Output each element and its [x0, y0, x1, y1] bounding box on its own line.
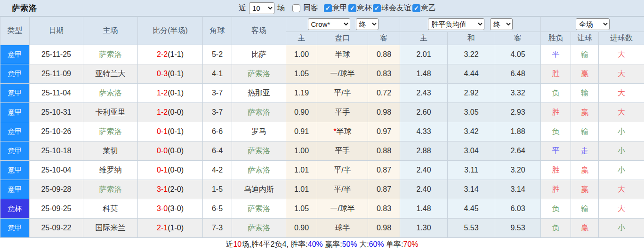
score-cell: 0-1(0-0): [138, 161, 203, 180]
same-venue-checkbox[interactable]: [292, 4, 300, 12]
footer-segment: 50%: [342, 240, 357, 249]
halftime-score: (0-1): [168, 70, 184, 78]
home-team: 维罗纳: [83, 161, 138, 180]
filter-serie-a[interactable]: 意甲: [324, 3, 347, 13]
handicap-label: 半球: [335, 50, 350, 58]
away-team: 罗马: [232, 122, 286, 141]
halftime-score: (0-0): [168, 147, 184, 155]
handicap-cell: 球半: [317, 219, 368, 238]
filter-bar: 萨索洛 近 10 场 同客 意甲 意杯 球会友谊: [0, 0, 644, 16]
avg-type-select[interactable]: 胜平负均值: [428, 18, 484, 30]
fulltime-score: 3-0: [157, 204, 168, 212]
col-corners: 角球: [203, 17, 232, 45]
subcol-odds-away: 客: [368, 32, 400, 45]
match-date: 25-11-25: [30, 45, 83, 64]
result-handicap: 输: [571, 45, 599, 64]
col-type: 类型: [0, 17, 30, 45]
score-cell: 3-0(3-0): [138, 199, 203, 219]
fulltime-score: 1-2: [157, 108, 168, 116]
handicap-cell: 平/半: [317, 180, 368, 199]
league-badge: 意甲: [0, 219, 30, 238]
match-date: 25-10-26: [30, 122, 83, 141]
friendly-checkbox[interactable]: [373, 4, 381, 12]
away-odds: 0.88: [368, 45, 400, 64]
fulltime-score: 0-0: [157, 147, 168, 155]
subcol-avg-away: 客: [495, 32, 541, 45]
matches-label: 场: [277, 3, 285, 13]
odds-stage-select[interactable]: 终: [356, 18, 378, 30]
corners-cell: 6-6: [203, 122, 232, 141]
avg-away-odds: 3.32: [495, 84, 541, 103]
corners-cell: 5-2: [203, 45, 232, 64]
subcol-let-ball: 让球: [571, 32, 599, 45]
away-team: 萨索洛: [232, 161, 286, 180]
halftime-score: (1-1): [168, 50, 184, 58]
league-badge: 意杯: [0, 199, 30, 219]
match-date: 25-10-31: [30, 103, 83, 122]
result-goals: 小: [599, 141, 644, 161]
home-odds: 0.91: [286, 122, 317, 141]
avg-draw-odds: 4.44: [448, 64, 495, 84]
footer-segment: 单率:: [384, 240, 403, 250]
result-wdl: 胜: [541, 180, 571, 199]
bookmaker-select[interactable]: Crow*: [308, 18, 350, 30]
table-row: 意甲 25-11-04 萨索洛 1-2(0-1) 3-7 热那亚 1.19 平/…: [0, 84, 644, 103]
filter-label: 同客: [303, 3, 318, 13]
home-odds: 1.01: [286, 180, 317, 199]
score-cell: 0-3(0-1): [138, 64, 203, 84]
avg-away-odds: 6.48: [495, 64, 541, 84]
filter-same-venue[interactable]: 同客: [292, 3, 318, 13]
footer-segment: 10: [233, 240, 242, 249]
handicap-label: 平手: [335, 108, 350, 116]
result-handicap: 输: [571, 122, 599, 141]
halftime-score: (0-0): [168, 166, 184, 174]
match-date: 25-11-09: [30, 64, 83, 84]
result-handicap: 赢: [571, 64, 599, 84]
avg-home-odds: 2.01: [400, 45, 448, 64]
result-goals: 大: [599, 103, 644, 122]
result-wdl: 平: [541, 45, 571, 64]
subcol-wdl: 胜负: [541, 32, 571, 45]
avg-home-odds: 1.30: [400, 219, 448, 238]
avg-away-odds: 9.53: [495, 219, 541, 238]
handicap-label: 一/球半: [330, 204, 354, 212]
league-badge: 意甲: [0, 180, 30, 199]
league-badge: 意甲: [0, 84, 30, 103]
serie-a-checkbox[interactable]: [324, 4, 332, 12]
away-team: 萨索洛: [232, 103, 286, 122]
result-goals: 大: [599, 64, 644, 84]
avg-draw-odds: 3.11: [448, 161, 495, 180]
handicap-label: 球半: [335, 224, 350, 232]
score-cell: 1-2(0-0): [138, 103, 203, 122]
result-wdl: 负: [541, 199, 571, 219]
home-team: 萨索洛: [83, 84, 138, 103]
match-count-select[interactable]: 10: [249, 2, 274, 14]
handicap-label: 平/半: [334, 89, 351, 97]
handicap-cell: 平手: [317, 141, 368, 161]
corners-cell: 6-4: [203, 141, 232, 161]
match-date: 25-11-04: [30, 84, 83, 103]
away-team: 乌迪内斯: [232, 180, 286, 199]
halftime-score: (0-0): [168, 108, 184, 116]
avg-home-odds: 2.40: [400, 180, 448, 199]
handicap-label: 半球: [337, 127, 352, 135]
corners-cell: 4-1: [203, 64, 232, 84]
col-away: 客场: [232, 17, 286, 45]
away-odds: 0.83: [368, 199, 400, 219]
filter-serie-b[interactable]: 意乙: [412, 3, 436, 13]
filter-friendly[interactable]: 球会友谊: [373, 3, 411, 13]
scope-select[interactable]: 全场: [576, 18, 610, 30]
avg-stage-select[interactable]: 终: [490, 18, 513, 30]
filter-coppa[interactable]: 意杯: [348, 3, 372, 13]
filter-label: 意杯: [357, 3, 372, 13]
odds-group-header: Crow* 终: [286, 17, 400, 32]
result-goals: 大: [599, 84, 644, 103]
coppa-checkbox[interactable]: [348, 4, 356, 12]
corners-cell: 3-7: [203, 84, 232, 103]
footer-segment: 40%: [308, 240, 323, 249]
table-row: 意杯 25-09-25 科莫 3-0(3-0) 6-5 萨索洛 1.05 一/球…: [0, 199, 644, 219]
serie-b-checkbox[interactable]: [412, 4, 420, 12]
fulltime-score: 0-1: [157, 127, 168, 135]
result-group-header: 全场: [541, 17, 644, 32]
league-badge: 意甲: [0, 64, 30, 84]
